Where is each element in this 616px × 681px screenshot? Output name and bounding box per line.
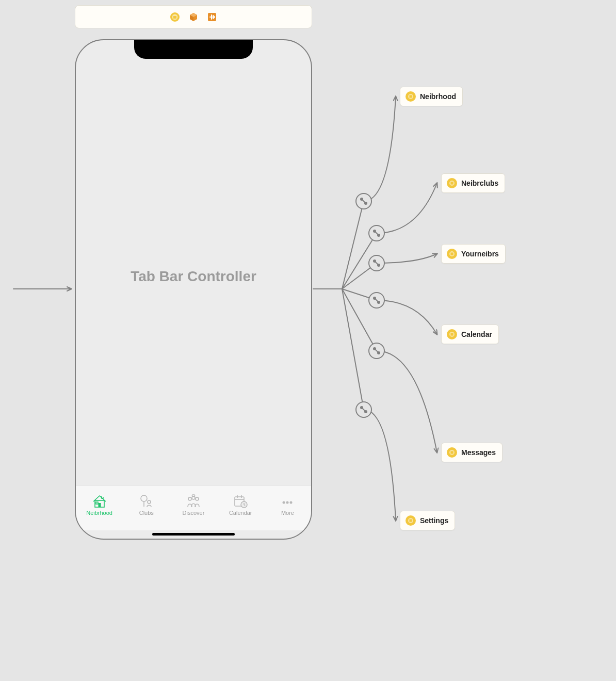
svg-point-23 bbox=[360, 406, 363, 409]
svg-point-15 bbox=[373, 297, 376, 300]
svg-point-42 bbox=[286, 501, 289, 504]
svg-line-21 bbox=[375, 349, 379, 353]
exit-icon[interactable] bbox=[207, 12, 217, 22]
calendar-clock-icon bbox=[232, 493, 249, 509]
svg-rect-53 bbox=[451, 451, 453, 454]
destination-pill[interactable]: Settings bbox=[400, 511, 455, 530]
svg-line-25 bbox=[362, 408, 366, 412]
svg-point-10 bbox=[369, 255, 384, 271]
destination-label: Neibrhood bbox=[420, 92, 456, 101]
viewcontroller-icon bbox=[406, 91, 416, 102]
svg-point-22 bbox=[356, 402, 371, 417]
svg-rect-28 bbox=[173, 16, 176, 19]
destination-label: Messages bbox=[461, 448, 496, 457]
svg-rect-31 bbox=[98, 503, 101, 507]
destination-pill[interactable]: Yourneibrs bbox=[441, 244, 506, 264]
destination-label: Yourneibrs bbox=[461, 250, 499, 258]
phone-content: Tab Bar Controller bbox=[76, 40, 311, 539]
svg-point-20 bbox=[377, 351, 380, 354]
tab-bar: Neibrhood Clubs bbox=[76, 485, 311, 530]
svg-point-43 bbox=[290, 501, 293, 504]
people-group-icon bbox=[185, 493, 202, 509]
svg-point-4 bbox=[364, 202, 367, 205]
scene-toolbar[interactable] bbox=[75, 5, 312, 28]
svg-point-36 bbox=[192, 496, 195, 499]
tab-more[interactable]: More bbox=[264, 489, 311, 520]
tab-calendar[interactable]: Calendar bbox=[217, 489, 264, 520]
svg-rect-45 bbox=[410, 95, 412, 98]
tab-label: Calendar bbox=[229, 510, 252, 516]
viewcontroller-icon bbox=[447, 249, 457, 259]
cube-icon[interactable] bbox=[188, 12, 199, 22]
svg-line-17 bbox=[375, 298, 379, 302]
svg-line-9 bbox=[375, 231, 379, 235]
svg-point-41 bbox=[283, 501, 285, 504]
svg-point-24 bbox=[364, 410, 367, 413]
tab-label: Neibrhood bbox=[86, 510, 112, 516]
viewcontroller-icon bbox=[406, 515, 416, 526]
destination-pill[interactable]: Messages bbox=[441, 443, 502, 462]
svg-point-3 bbox=[360, 198, 363, 201]
svg-point-6 bbox=[369, 225, 384, 241]
storyboard-entry-icon[interactable] bbox=[170, 12, 180, 22]
destination-pill[interactable]: Neibrhood bbox=[400, 87, 463, 106]
tab-clubs[interactable]: Clubs bbox=[123, 489, 170, 520]
svg-rect-55 bbox=[410, 520, 412, 522]
svg-line-13 bbox=[375, 261, 379, 265]
svg-rect-51 bbox=[451, 333, 453, 336]
tab-discover[interactable]: Discover bbox=[170, 489, 217, 520]
svg-line-5 bbox=[362, 199, 366, 203]
svg-rect-47 bbox=[451, 182, 453, 185]
svg-point-16 bbox=[377, 301, 380, 304]
svg-point-14 bbox=[369, 293, 384, 308]
svg-point-34 bbox=[148, 500, 151, 504]
svg-point-33 bbox=[141, 495, 147, 501]
tree-people-icon bbox=[138, 493, 155, 509]
destination-pill[interactable]: Calendar bbox=[441, 325, 499, 344]
tab-label: More bbox=[281, 510, 294, 516]
destination-label: Calendar bbox=[461, 330, 492, 338]
svg-point-7 bbox=[373, 230, 376, 233]
svg-point-37 bbox=[196, 497, 199, 500]
svg-point-8 bbox=[377, 234, 380, 237]
svg-point-19 bbox=[373, 347, 376, 350]
svg-point-2 bbox=[356, 193, 371, 209]
home-indicator bbox=[152, 533, 235, 536]
ellipsis-icon bbox=[279, 493, 296, 509]
viewcontroller-icon bbox=[447, 447, 457, 458]
viewcontroller-icon bbox=[447, 329, 457, 339]
svg-rect-32 bbox=[96, 502, 98, 504]
destination-label: Settings bbox=[420, 516, 448, 525]
svg-point-18 bbox=[369, 343, 384, 359]
destination-label: Neibrclubs bbox=[461, 179, 498, 187]
svg-rect-49 bbox=[451, 253, 453, 255]
viewcontroller-icon bbox=[447, 178, 457, 188]
tab-neibrhood[interactable]: Neibrhood bbox=[76, 489, 123, 520]
svg-point-11 bbox=[373, 260, 376, 263]
svg-rect-38 bbox=[192, 495, 195, 496]
tab-label: Clubs bbox=[139, 510, 154, 516]
tab-label: Discover bbox=[183, 510, 205, 516]
house-icon bbox=[91, 493, 108, 509]
phone-frame: Tab Bar Controller Neibrhood bbox=[75, 39, 312, 540]
destination-pill[interactable]: Neibrclubs bbox=[441, 173, 505, 193]
svg-point-35 bbox=[188, 497, 191, 500]
svg-point-12 bbox=[377, 264, 380, 267]
scene-title: Tab Bar Controller bbox=[131, 268, 256, 285]
